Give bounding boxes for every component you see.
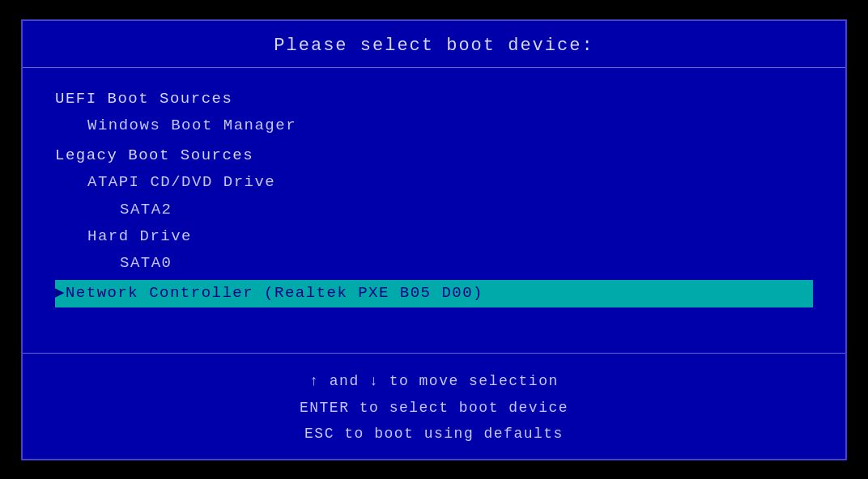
bios-screen: Please select boot device: UEFI Boot Sou… <box>21 19 847 460</box>
menu-item-atapi-cd-dvd[interactable]: ATAPI CD/DVD Drive <box>55 169 813 196</box>
bios-title: Please select boot device: <box>274 36 594 56</box>
menu-item-network-controller[interactable]: ▶Network Controller (Realtek PXE B05 D00… <box>55 280 813 307</box>
footer-section: ↑ and ↓ to move selectionENTER to select… <box>23 354 845 458</box>
menu-item-sata0[interactable]: SATA0 <box>55 250 813 277</box>
footer-line-0: ↑ and ↓ to move selection <box>39 368 829 394</box>
menu-item-hard-drive[interactable]: Hard Drive <box>55 223 813 250</box>
menu-section: UEFI Boot SourcesWindows Boot ManagerLeg… <box>23 68 845 354</box>
title-section: Please select boot device: <box>23 21 845 68</box>
menu-item-windows-boot-manager[interactable]: Windows Boot Manager <box>55 112 813 139</box>
footer-line-2: ESC to boot using defaults <box>39 421 829 447</box>
menu-item-sata2[interactable]: SATA2 <box>55 197 813 223</box>
menu-item-legacy-boot-sources[interactable]: Legacy Boot Sources <box>55 142 813 169</box>
menu-item-uefi-boot-sources[interactable]: UEFI Boot Sources <box>55 86 813 112</box>
footer-line-1: ENTER to select boot device <box>39 395 829 421</box>
